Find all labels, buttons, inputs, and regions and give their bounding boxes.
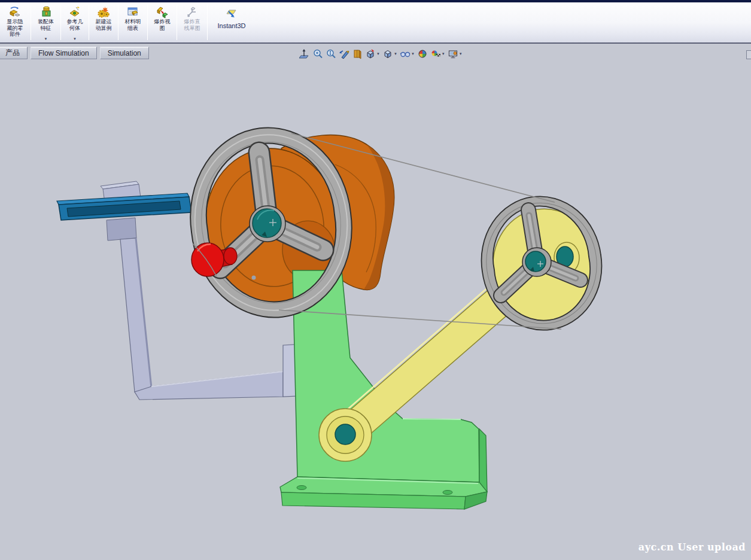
exploded-view-icon	[156, 5, 169, 19]
display-style-button[interactable]: ▼	[381, 48, 399, 60]
reference-geometry-button[interactable]: 参考几 何体 ▼	[62, 2, 88, 42]
hide-show-items-button[interactable]: ▼	[399, 48, 416, 60]
button-label-line: 何体	[69, 25, 80, 32]
graphics-viewport[interactable]: 产品 Flow Simulation Simulation ▼	[0, 45, 751, 560]
button-label-line: 细表	[127, 25, 138, 32]
bolt-hole	[443, 491, 452, 495]
reference-geometry-icon	[68, 5, 81, 19]
button-label-line: 装配体	[38, 19, 54, 25]
toolbar-separator	[89, 5, 89, 40]
new-motion-study-icon	[97, 5, 110, 19]
section-view-button[interactable]	[351, 48, 364, 60]
toolbar-separator	[207, 5, 208, 40]
vertex-dot	[252, 276, 256, 280]
button-label-line: 爆炸直	[184, 19, 200, 25]
view-orientation-button[interactable]: ▼	[364, 48, 381, 60]
button-label-line: 藏的零	[7, 25, 23, 32]
display-style-icon	[382, 48, 393, 59]
dropdown-arrow-icon: ▼	[459, 52, 463, 56]
dropdown-arrow-icon: ▼	[442, 52, 445, 56]
show-hide-components-button[interactable]: 显示隐 藏的零 部件	[0, 2, 30, 42]
command-manager-tabs: 产品 Flow Simulation Simulation	[0, 47, 149, 59]
bolt-hole	[297, 486, 306, 490]
button-label-line: 爆炸视	[154, 19, 171, 25]
command-manager-toolbar: 显示隐 藏的零 部件 装配体 特征 ▼ 参考几 何体 ▼	[0, 2, 751, 44]
dropdown-arrow-icon: ▼	[44, 37, 48, 41]
solidworks-window: 显示隐 藏的零 部件 装配体 特征 ▼ 参考几 何体 ▼	[0, 0, 751, 560]
explode-line-sketch-button[interactable]: 爆炸直 线草图	[178, 2, 206, 42]
dropdown-arrow-icon: ▼	[376, 52, 380, 56]
view-settings-button[interactable]: ▼	[446, 48, 464, 60]
zoom-to-area-icon	[312, 48, 323, 59]
button-label-line: Instant3D	[217, 23, 245, 29]
zoom-to-area-button[interactable]	[311, 48, 324, 60]
button-label-line: 参考几	[67, 19, 83, 25]
tab-simulation[interactable]: Simulation	[100, 47, 149, 59]
apply-scene-icon	[430, 48, 441, 59]
zoom-to-fit-icon	[299, 48, 310, 59]
pivot-pin	[335, 424, 355, 445]
button-label-line: 动算例	[96, 25, 112, 32]
collapsed-pane-button[interactable]	[746, 50, 751, 59]
heads-up-view-toolbar: ▼ ▼ ▼ ▼ ▼	[298, 47, 464, 61]
hide-show-items-icon	[400, 48, 411, 59]
section-view-icon	[352, 48, 363, 59]
button-label-line: 新建运	[96, 19, 112, 25]
toolbar-separator	[177, 5, 177, 40]
bill-of-materials-icon	[126, 5, 139, 19]
assembly-features-icon	[39, 5, 53, 19]
edit-appearance-button[interactable]	[416, 48, 429, 60]
button-label-line: 特征	[41, 25, 51, 32]
assembly-model[interactable]	[0, 45, 751, 560]
dropdown-arrow-icon: ▼	[394, 52, 397, 56]
view-orientation-icon	[365, 48, 376, 59]
view-settings-icon	[448, 48, 458, 59]
zoom-to-fit-button[interactable]	[298, 48, 311, 60]
button-label-line: 部件	[10, 31, 20, 38]
button-label-line: 线草图	[184, 25, 200, 32]
assembly-features-button[interactable]: 装配体 特征 ▼	[32, 2, 60, 42]
apply-scene-button[interactable]: ▼	[429, 48, 446, 60]
button-label-line: 图	[160, 25, 165, 32]
tab-flow-simulation[interactable]: Flow Simulation	[31, 47, 97, 59]
show-hide-components-icon	[8, 5, 22, 19]
instant3d-button[interactable]: Instant3D	[208, 2, 255, 42]
edit-appearance-icon	[417, 48, 428, 59]
toolbar-separator	[147, 5, 148, 40]
zoom-in-out-button[interactable]	[324, 48, 338, 60]
dropdown-arrow-icon: ▼	[411, 52, 415, 56]
bill-of-materials-button[interactable]: 材料明 细表	[119, 2, 147, 42]
small-hub	[525, 251, 546, 272]
explode-line-sketch-icon	[186, 5, 199, 19]
previous-view-icon	[339, 48, 349, 59]
previous-view-button[interactable]	[338, 48, 351, 60]
dropdown-arrow-icon: ▼	[73, 37, 77, 41]
tab-product[interactable]: 产品	[0, 47, 28, 59]
watermark-text: ayc.cn User upload	[638, 541, 746, 553]
toolbar-separator	[31, 5, 31, 40]
button-label-line: 材料明	[125, 19, 141, 25]
zoom-in-out-icon	[326, 48, 336, 59]
button-label-line: 显示隐	[7, 19, 23, 25]
toolbar-separator	[60, 5, 61, 40]
toolbar-separator	[118, 5, 118, 40]
new-motion-study-button[interactable]: 新建运 动算例	[90, 2, 117, 42]
instant3d-icon	[225, 8, 238, 21]
exploded-view-button[interactable]: 爆炸视 图	[148, 2, 176, 42]
large-hub	[253, 209, 281, 238]
